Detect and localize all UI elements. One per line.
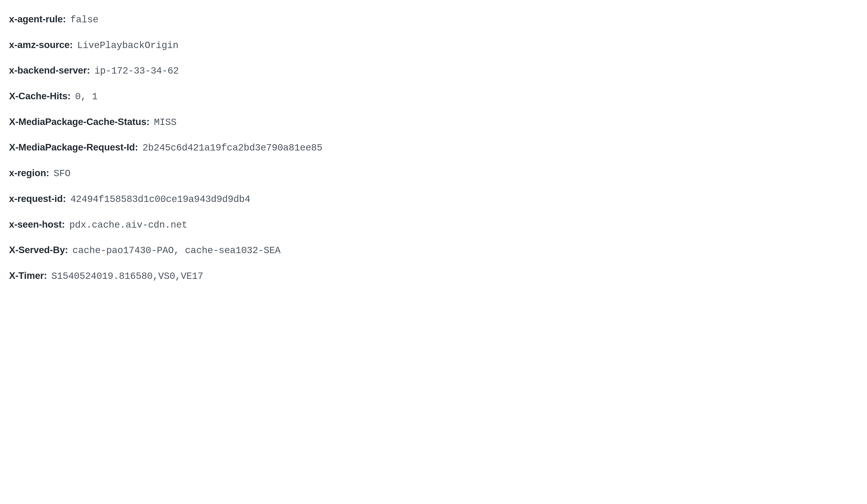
header-name: X-Cache-Hits: xyxy=(9,91,71,101)
header-name: x-request-id: xyxy=(9,193,66,204)
header-value: 2b245c6d421a19fca2bd3e790a81ee85 xyxy=(142,143,322,153)
header-row: X-MediaPackage-Cache-Status: MISS xyxy=(9,109,858,135)
header-value: LivePlaybackOrigin xyxy=(77,40,178,51)
header-name: x-seen-host: xyxy=(9,219,65,230)
header-name: x-agent-rule: xyxy=(9,14,66,24)
header-value: MISS xyxy=(154,117,176,128)
header-value: false xyxy=(70,14,98,25)
http-headers-list: x-agent-rule: false x-amz-source: LivePl… xyxy=(9,7,858,289)
header-value: 42494f158583d1c00ce19a943d9d9db4 xyxy=(70,194,250,205)
header-row: x-seen-host: pdx.cache.aiv-cdn.net xyxy=(9,212,858,238)
header-row: X-Served-By: cache-pao17430-PAO, cache-s… xyxy=(9,238,858,263)
header-value: SFO xyxy=(54,168,71,179)
header-name: x-amz-source: xyxy=(9,40,73,50)
header-name: x-region: xyxy=(9,168,49,178)
header-row: x-request-id: 42494f158583d1c00ce19a943d… xyxy=(9,186,858,212)
header-value: ip-172-33-34-62 xyxy=(94,66,179,76)
header-row: x-region: SFO xyxy=(9,161,858,186)
header-value: pdx.cache.aiv-cdn.net xyxy=(69,220,188,231)
header-value: cache-pao17430-PAO, cache-sea1032-SEA xyxy=(73,245,280,256)
header-name: X-Timer: xyxy=(9,270,47,281)
header-name: x-backend-server: xyxy=(9,65,90,76)
header-name: X-MediaPackage-Cache-Status: xyxy=(9,117,149,127)
header-row: x-amz-source: LivePlaybackOrigin xyxy=(9,32,858,58)
header-row: x-agent-rule: false xyxy=(9,7,858,32)
header-row: X-MediaPackage-Request-Id: 2b245c6d421a1… xyxy=(9,135,858,161)
header-value: S1540524019.816580,VS0,VE17 xyxy=(52,271,203,282)
header-row: X-Timer: S1540524019.816580,VS0,VE17 xyxy=(9,263,858,289)
header-value: 0, 1 xyxy=(75,91,98,102)
header-name: X-MediaPackage-Request-Id: xyxy=(9,142,138,153)
header-name: X-Served-By: xyxy=(9,244,68,255)
header-row: X-Cache-Hits: 0, 1 xyxy=(9,84,858,109)
header-row: x-backend-server: ip-172-33-34-62 xyxy=(9,58,858,84)
